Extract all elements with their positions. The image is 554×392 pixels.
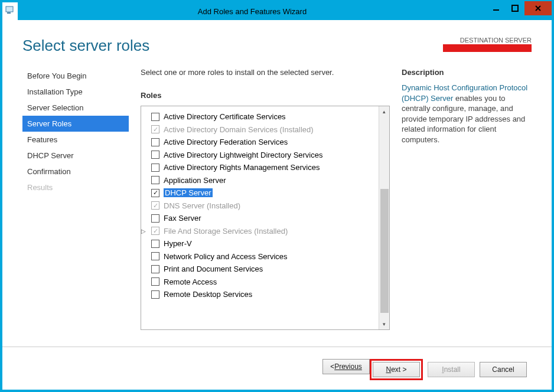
role-item-remote-desktop-services[interactable]: Remote Desktop Services xyxy=(149,289,376,300)
role-item-ad-lightweight-directory[interactable]: Active Directory Lightweight Directory S… xyxy=(149,149,376,161)
wizard-window: Add Roles and Features Wizard Select ser… xyxy=(0,0,554,392)
page-title: Select server roles xyxy=(22,37,149,55)
maximize-button[interactable] xyxy=(506,1,524,15)
checkbox-icon xyxy=(151,125,159,133)
app-icon-slot xyxy=(2,2,18,20)
checkbox-icon[interactable] xyxy=(151,138,159,146)
instruction-text: Select one or more roles to install on t… xyxy=(141,68,390,77)
checkbox-icon[interactable] xyxy=(151,151,159,159)
roles-listbox: Active Directory Certificate Services Ac… xyxy=(141,106,390,330)
wizard-content: Select server roles DESTINATION SERVER B… xyxy=(2,20,552,390)
titlebar: Add Roles and Features Wizard xyxy=(2,2,552,20)
nav-button-group: < Previous Next > xyxy=(322,359,423,380)
checkbox-icon[interactable] xyxy=(151,214,159,223)
svg-rect-0 xyxy=(6,6,13,12)
role-item-fax-server[interactable]: Fax Server xyxy=(149,213,376,224)
cancel-button[interactable]: Cancel xyxy=(480,362,527,377)
scroll-down-icon[interactable]: ▾ xyxy=(379,319,389,329)
scrollbar[interactable]: ▴ ▾ xyxy=(379,106,389,329)
role-item-dns-server: DNS Server (Installed) xyxy=(149,200,376,211)
svg-rect-1 xyxy=(7,12,11,14)
roles-column: Select one or more roles to install on t… xyxy=(141,68,390,347)
checkbox-icon[interactable] xyxy=(151,277,159,286)
checkbox-icon[interactable] xyxy=(151,189,159,197)
role-item-file-storage-services[interactable]: ▷File And Storage Services (Installed) xyxy=(149,226,376,237)
window-title: Add Roles and Features Wizard xyxy=(18,7,487,16)
role-item-ad-certificate-services[interactable]: Active Directory Certificate Services xyxy=(149,111,376,122)
roles-heading: Roles xyxy=(141,91,390,100)
role-item-ad-federation-services[interactable]: Active Directory Federation Services xyxy=(149,136,376,148)
nav-installation-type[interactable]: Installation Type xyxy=(22,84,129,100)
checkbox-icon xyxy=(151,201,159,210)
roles-list[interactable]: Active Directory Certificate Services Ac… xyxy=(141,106,379,329)
destination-server-block: DESTINATION SERVER xyxy=(443,37,532,52)
destination-server-name-redacted xyxy=(443,44,532,52)
role-item-print-document-services[interactable]: Print and Document Services xyxy=(149,263,376,275)
description-body: Dynamic Host Configuration Protocol (DHC… xyxy=(402,83,532,145)
previous-button[interactable]: < Previous xyxy=(322,359,370,374)
minimize-button[interactable] xyxy=(487,1,506,15)
svg-rect-2 xyxy=(493,9,499,11)
nav-results: Results xyxy=(22,179,129,195)
role-item-hyper-v[interactable]: Hyper-V xyxy=(149,238,376,249)
server-manager-icon xyxy=(5,5,15,17)
nav-dhcp-server[interactable]: DHCP Server xyxy=(22,148,129,164)
svg-rect-3 xyxy=(512,5,518,11)
nav-server-selection[interactable]: Server Selection xyxy=(22,100,129,116)
checkbox-icon xyxy=(151,227,159,235)
role-item-remote-access[interactable]: Remote Access xyxy=(149,276,376,288)
footer-separator xyxy=(2,347,552,347)
role-item-application-server[interactable]: Application Server xyxy=(149,175,376,186)
nav-before-you-begin[interactable]: Before You Begin xyxy=(22,68,129,84)
nav-features[interactable]: Features xyxy=(22,132,129,148)
next-button-highlight: Next > xyxy=(370,359,423,380)
wizard-nav: Before You Begin Installation Type Serve… xyxy=(22,68,129,347)
role-item-dhcp-server[interactable]: DHCP Server xyxy=(149,187,376,198)
description-column: Description Dynamic Host Configuration P… xyxy=(402,68,532,347)
checkbox-icon[interactable] xyxy=(151,240,159,248)
scroll-thumb[interactable] xyxy=(380,189,389,313)
scroll-up-icon[interactable]: ▴ xyxy=(379,106,389,117)
wizard-footer: < Previous Next > Install Cancel xyxy=(22,353,532,386)
install-button: Install xyxy=(428,362,475,377)
description-heading: Description xyxy=(402,68,532,77)
nav-server-roles[interactable]: Server Roles xyxy=(22,116,129,132)
checkbox-icon[interactable] xyxy=(151,176,159,184)
role-item-network-policy-access[interactable]: Network Policy and Access Services xyxy=(149,251,376,262)
next-button[interactable]: Next > xyxy=(373,362,420,377)
window-buttons xyxy=(487,2,552,20)
role-item-ad-domain-services: Active Directory Domain Services (Instal… xyxy=(149,124,376,135)
nav-confirmation[interactable]: Confirmation xyxy=(22,164,129,179)
role-item-ad-rights-management[interactable]: Active Directory Rights Management Servi… xyxy=(149,162,376,173)
destination-server-label: DESTINATION SERVER xyxy=(443,37,532,44)
checkbox-icon[interactable] xyxy=(151,265,159,273)
expander-icon[interactable]: ▷ xyxy=(141,228,146,234)
checkbox-icon[interactable] xyxy=(151,164,159,172)
checkbox-icon[interactable] xyxy=(151,113,159,121)
checkbox-icon[interactable] xyxy=(151,290,159,299)
checkbox-icon[interactable] xyxy=(151,252,159,260)
close-button[interactable] xyxy=(524,1,552,15)
